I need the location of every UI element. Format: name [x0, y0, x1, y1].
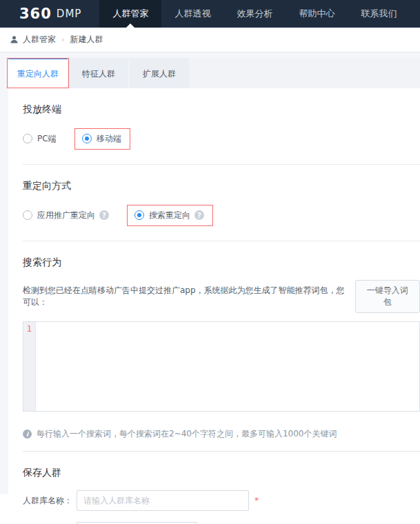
- radio-checked-icon[interactable]: [82, 134, 92, 143]
- radio-unchecked-icon[interactable]: [23, 134, 32, 143]
- page-background: 重定向人群 特征人群 扩展人群 投放终端 PC端 移动端: [0, 52, 420, 494]
- user-icon: [10, 35, 19, 44]
- tab-panel-content: 投放终端 PC端 移动端 重定向方式 应用推广重定向 ?: [8, 88, 420, 524]
- radio-label: 搜索重定向: [149, 210, 190, 221]
- radio-checked-icon[interactable]: [134, 210, 144, 220]
- required-asterisk: *: [254, 496, 259, 505]
- tab-label: 特征人群: [82, 68, 115, 80]
- breadcrumb: 人群管家 › 新建人群: [0, 28, 420, 52]
- help-question-icon[interactable]: ?: [99, 210, 109, 220]
- section-title-search-behavior: 搜索行为: [23, 241, 420, 269]
- radio-app-promo-retarget[interactable]: 应用推广重定向 ?: [23, 210, 109, 221]
- keyword-hint-row: i 每行输入一个搜索词，每个搜索词在2~40个字符之间，最多可输入1000个关键…: [23, 428, 420, 440]
- nav-item-label: 帮助中心: [299, 8, 334, 20]
- nav-item-contact-us[interactable]: 联系我们: [348, 0, 410, 28]
- audience-name-label: 人群库名称：: [23, 495, 77, 507]
- tab-retarget-audience[interactable]: 重定向人群: [8, 58, 68, 88]
- keyword-textarea[interactable]: [36, 322, 419, 411]
- radio-unchecked-icon[interactable]: [23, 210, 32, 220]
- nav-item-audience-insight[interactable]: 人群透视: [161, 0, 223, 28]
- radio-label: 移动端: [97, 133, 121, 145]
- tab-feature-audience[interactable]: 特征人群: [69, 58, 128, 88]
- logo-360dmp[interactable]: 360 DMP: [0, 0, 99, 28]
- nav-item-label: 联系我们: [361, 8, 397, 20]
- tab-expand-audience[interactable]: 扩展人群: [130, 58, 189, 88]
- radio-label: 应用推广重定向: [37, 210, 95, 221]
- audience-name-field-row: 人群库名称： *: [23, 490, 420, 511]
- audience-name-input[interactable]: [77, 490, 249, 511]
- nav-item-effect-analysis[interactable]: 效果分析: [223, 0, 286, 28]
- search-description-row: 检测到您已经在点睛移动广告中提交过推广app，系统据此为您生成了智能推荐词包，您…: [23, 280, 420, 313]
- help-question-icon[interactable]: ?: [194, 210, 204, 220]
- radio-label: PC端: [37, 133, 57, 145]
- logo-brand: 360: [19, 6, 52, 22]
- search-description: 检测到您已经在点睛移动广告中提交过推广app，系统据此为您生成了智能推荐词包，您…: [23, 285, 352, 308]
- radio-search-retarget[interactable]: 搜索重定向 ?: [127, 205, 213, 226]
- terminal-radio-group: PC端 移动端: [23, 128, 420, 149]
- import-wordpack-button[interactable]: 一键导入词包: [355, 280, 420, 313]
- keyword-editor[interactable]: 1: [23, 321, 420, 412]
- card-top-spacer: [8, 52, 420, 58]
- radio-mobile[interactable]: 移动端: [74, 128, 130, 150]
- nav-item-label: 效果分析: [237, 8, 272, 20]
- radio-pc[interactable]: PC端: [23, 133, 57, 145]
- section-title-save-audience: 保存人群: [23, 452, 420, 479]
- keyword-hint-text: 每行输入一个搜索词，每个搜索词在2~40个字符之间，最多可输入1000个关键词: [37, 428, 337, 440]
- tab-label: 重定向人群: [17, 68, 59, 80]
- tab-bar: 重定向人群 特征人群 扩展人群: [8, 58, 420, 88]
- logo-suffix: DMP: [57, 8, 82, 20]
- method-radio-group: 应用推广重定向 ? 搜索重定向 ?: [23, 205, 420, 225]
- section-title-method: 重定向方式: [23, 165, 420, 192]
- nav-item-help-center[interactable]: 帮助中心: [286, 0, 348, 28]
- editor-line-number-gutter: 1: [23, 322, 36, 411]
- tab-label: 扩展人群: [143, 68, 176, 80]
- active-nav-caret-icon: [126, 23, 134, 28]
- nav-item-label: 人群管家: [112, 8, 148, 20]
- nav-item-label: 人群透视: [174, 8, 210, 20]
- breadcrumb-separator: ›: [61, 35, 64, 44]
- nav-item-audience-manager[interactable]: 人群管家: [99, 0, 161, 28]
- top-navbar: 360 DMP 人群管家 人群透视 效果分析 帮助中心 联系我们: [0, 0, 420, 28]
- content-card: 重定向人群 特征人群 扩展人群 投放终端 PC端 移动端: [8, 58, 420, 524]
- breadcrumb-current: 新建人群: [70, 34, 103, 46]
- line-number: 1: [27, 324, 32, 334]
- breadcrumb-root[interactable]: 人群管家: [23, 34, 56, 46]
- section-title-terminal: 投放终端: [23, 88, 420, 116]
- info-circle-icon: i: [23, 430, 32, 439]
